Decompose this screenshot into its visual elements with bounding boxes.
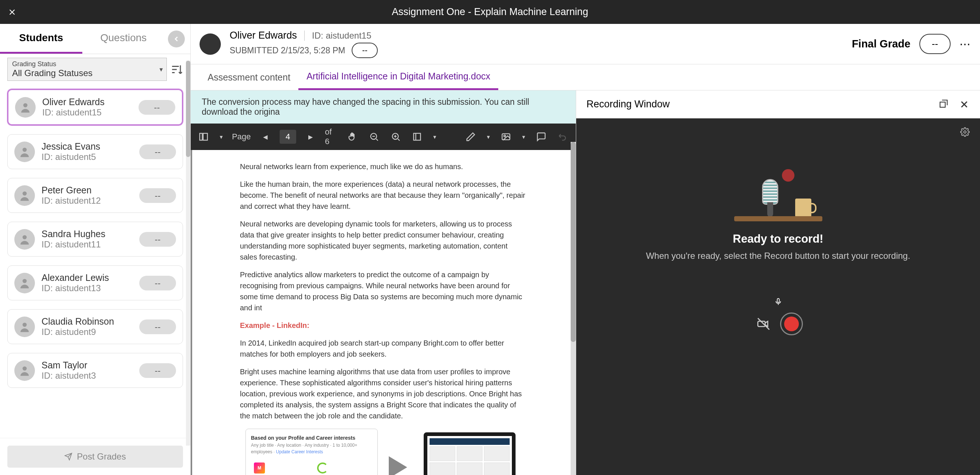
zoom-in-icon[interactable] bbox=[388, 129, 403, 144]
student-name: Oliver Edwards bbox=[42, 97, 132, 107]
comment-icon[interactable] bbox=[534, 129, 549, 144]
grade-pill[interactable]: -- bbox=[139, 188, 176, 203]
viewer-toolbar: ▾ Page ◀ 4 ▶ of 6 ▾ ▾ bbox=[191, 124, 576, 150]
fit-icon[interactable] bbox=[410, 129, 425, 144]
student-name: Jessica Evans bbox=[41, 141, 133, 152]
avatar bbox=[15, 97, 36, 118]
tab-document-file[interactable]: Artificial Intelligence in Digital Marke… bbox=[298, 64, 498, 90]
scroll-thumb[interactable] bbox=[571, 142, 576, 342]
student-id: ID: aistudent5 bbox=[41, 152, 133, 162]
svg-point-5 bbox=[22, 322, 27, 327]
post-grades-label: Post Grades bbox=[77, 451, 126, 462]
prev-page-icon[interactable]: ◀ bbox=[258, 129, 273, 144]
tab-students[interactable]: Students bbox=[0, 24, 82, 54]
pan-icon[interactable] bbox=[345, 129, 360, 144]
titlebar: Assignment One - Explain Machine Learnin… bbox=[0, 0, 980, 24]
content-area: Oliver Edwards ID: aistudent15 SUBMITTED… bbox=[191, 24, 980, 475]
grade-pill[interactable]: -- bbox=[139, 319, 176, 334]
grade-pill[interactable]: -- bbox=[139, 276, 176, 290]
student-list[interactable]: Oliver Edwards ID: aistudent15 -- Jessic… bbox=[0, 84, 190, 438]
microphone-icon[interactable] bbox=[774, 298, 782, 306]
student-card[interactable]: Jessica Evans ID: aistudent5 -- bbox=[7, 134, 183, 169]
recording-ready-heading: Ready to record! bbox=[733, 232, 823, 245]
grade-pill[interactable]: -- bbox=[139, 363, 176, 378]
gear-icon[interactable] bbox=[960, 127, 970, 137]
student-name: Sandra Hughes bbox=[41, 229, 133, 239]
scroll-thumb[interactable] bbox=[186, 61, 190, 157]
post-grades-button[interactable]: Post Grades bbox=[7, 446, 183, 468]
sidebar-scrollbar[interactable] bbox=[186, 61, 190, 446]
student-card[interactable]: Claudia Robinson ID: aistudent9 -- bbox=[7, 309, 183, 344]
svg-point-6 bbox=[22, 366, 27, 370]
tab-assessment-content[interactable]: Assessment content bbox=[199, 65, 298, 89]
document-viewer: The conversion process may have changed … bbox=[191, 91, 576, 475]
student-id: ID: aistudent12 bbox=[41, 196, 133, 206]
filter-label: Grading Status bbox=[12, 60, 162, 68]
svg-rect-11 bbox=[414, 134, 421, 140]
svg-point-4 bbox=[22, 279, 27, 283]
figure-job-card: M Graphic Designer MAYUNKTEEN Manchester… bbox=[251, 459, 309, 475]
chevron-down-icon[interactable]: ▾ bbox=[520, 129, 527, 144]
close-icon[interactable] bbox=[959, 99, 970, 110]
collapse-sidebar-button[interactable] bbox=[168, 30, 185, 48]
popout-icon[interactable] bbox=[939, 99, 948, 110]
zoom-out-icon[interactable] bbox=[367, 129, 382, 144]
final-grade-label: Final Grade bbox=[852, 38, 910, 50]
chevron-down-icon[interactable]: ▾ bbox=[485, 129, 491, 144]
recording-title: Recording Window bbox=[587, 99, 670, 110]
close-icon[interactable] bbox=[7, 7, 17, 17]
student-id: ID: aistudent3 bbox=[41, 371, 133, 381]
final-grade-input[interactable]: -- bbox=[920, 34, 951, 54]
doc-paragraph: Bright uses machine learning algorithms … bbox=[240, 366, 527, 421]
fig-sub: Any job title · Any location · Any indus… bbox=[251, 442, 372, 455]
student-card[interactable]: Alexander Lewis ID: aistudent13 -- bbox=[7, 265, 183, 300]
student-card[interactable]: Peter Green ID: aistudent12 -- bbox=[7, 178, 183, 213]
student-avatar bbox=[199, 33, 221, 55]
next-page-icon[interactable]: ▶ bbox=[304, 129, 318, 144]
content-header: Oliver Edwards ID: aistudent15 SUBMITTED… bbox=[191, 24, 980, 64]
student-id: ID: aistudent13 bbox=[41, 283, 133, 293]
chevron-down-icon[interactable]: ▾ bbox=[218, 129, 224, 144]
student-card[interactable]: Oliver Edwards ID: aistudent15 -- bbox=[7, 89, 183, 125]
image-icon[interactable] bbox=[499, 129, 513, 144]
recording-illustration bbox=[741, 163, 815, 221]
grading-status-filter[interactable]: Grading Status All Grading Statuses ▾ bbox=[7, 58, 167, 81]
svg-point-13 bbox=[504, 135, 506, 137]
tab-questions[interactable]: Questions bbox=[82, 24, 165, 54]
grade-pill[interactable]: -- bbox=[139, 145, 176, 159]
student-id: ID: aistudent11 bbox=[41, 239, 133, 250]
student-card[interactable]: Sandra Hughes ID: aistudent11 -- bbox=[7, 222, 183, 257]
viewer-scrollbar[interactable] bbox=[571, 142, 576, 475]
avatar bbox=[14, 185, 35, 206]
figure-laptop bbox=[418, 432, 521, 475]
avatar bbox=[14, 360, 35, 381]
undo-icon[interactable] bbox=[555, 129, 570, 144]
svg-point-3 bbox=[22, 235, 27, 239]
page-label: Page bbox=[232, 132, 251, 142]
sort-icon[interactable] bbox=[170, 63, 183, 76]
chevron-down-icon[interactable]: ▾ bbox=[432, 129, 438, 144]
svg-point-15 bbox=[964, 131, 966, 134]
more-options-icon[interactable]: ⋯ bbox=[959, 38, 971, 50]
student-id: ID: aistudent15 bbox=[42, 107, 132, 118]
document-tabs: Assessment content Artificial Intelligen… bbox=[191, 64, 980, 91]
grade-pill[interactable]: -- bbox=[139, 232, 176, 247]
camera-off-icon[interactable] bbox=[754, 314, 773, 334]
grade-pill[interactable]: -- bbox=[138, 100, 175, 115]
page-of-label: of 6 bbox=[325, 127, 338, 146]
student-card[interactable]: Sam Taylor ID: aistudent3 -- bbox=[7, 353, 183, 388]
document-page: Neural networks learn from experience, m… bbox=[192, 150, 574, 475]
record-button[interactable] bbox=[780, 312, 803, 335]
draw-icon[interactable] bbox=[463, 129, 478, 144]
avatar bbox=[14, 317, 35, 337]
document-scroll-area[interactable]: Neural networks learn from experience, m… bbox=[191, 150, 576, 475]
student-name: Alexander Lewis bbox=[41, 273, 133, 283]
sidebar-tabs: Students Questions bbox=[0, 24, 190, 54]
attempt-pill[interactable]: -- bbox=[352, 43, 378, 58]
student-id: ID: aistudent15 bbox=[312, 30, 371, 41]
doc-figure: Based on your Profile and Career interes… bbox=[240, 429, 527, 475]
student-name: Claudia Robinson bbox=[41, 316, 133, 327]
panel-toggle-icon[interactable] bbox=[197, 129, 211, 144]
arrow-icon bbox=[389, 456, 407, 475]
page-number-input[interactable]: 4 bbox=[280, 130, 296, 144]
